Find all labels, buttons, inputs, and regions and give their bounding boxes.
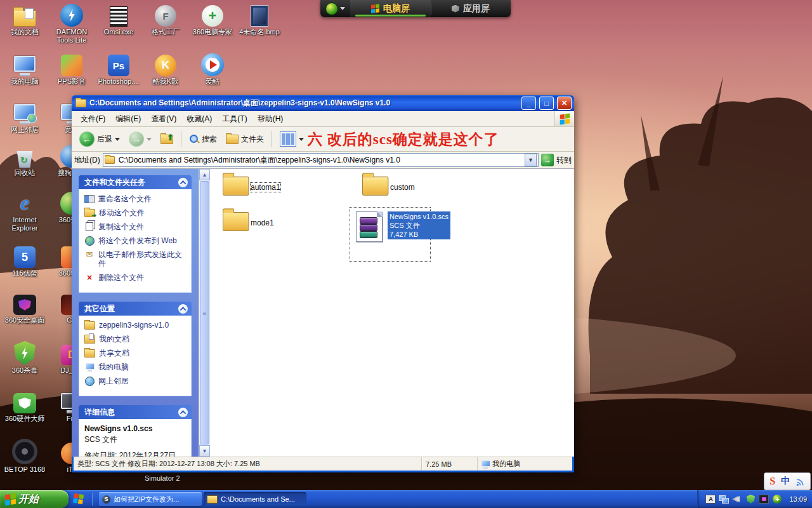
file-item-scs-selected[interactable]: NewSigns v1.0.scsSCS 文件7,427 KB — [356, 211, 450, 242]
desktop-icon-360-desktop[interactable]: 360安全桌面 — [1, 291, 48, 324]
email-icon: ✉ — [84, 250, 95, 259]
chevron-up-icon — [178, 304, 188, 314]
folders-button[interactable]: 文件夹 — [222, 131, 268, 147]
windows-flag-icon — [371, 4, 379, 13]
explorer-window: C:\Documents and Settings\Administrator\… — [72, 95, 574, 472]
dock-menu-button[interactable] — [320, 0, 350, 17]
address-input[interactable] — [117, 155, 522, 165]
close-button[interactable]: ✕ — [557, 97, 572, 110]
task-link[interactable]: ✉以电子邮件形式发送此文件 — [84, 250, 187, 268]
desktop-icon-betop-gamepad[interactable]: BETOP 3168 — [1, 440, 48, 474]
chinese-mode-indicator[interactable]: 中 — [781, 476, 790, 487]
task-link[interactable]: 重命名这个文件 — [84, 194, 187, 203]
desktop-icon-network-places[interactable]: 网上邻居 — [1, 100, 48, 134]
desktop-icon-daemon-tools[interactable]: DAEMON Tools Lite — [48, 3, 95, 44]
volume-icon[interactable] — [732, 494, 742, 504]
start-button[interactable]: 开始 — [0, 490, 69, 508]
top-dock: 电脑屏应用屏 — [320, 0, 511, 17]
file-item-folder[interactable]: mode1 — [223, 212, 274, 229]
sogou-input-icon[interactable]: S — [769, 476, 775, 487]
sogou-browser-icon: S — [102, 495, 110, 504]
menu-item-5[interactable]: 帮助(H) — [252, 112, 289, 126]
panel-header[interactable]: 详细信息 — [79, 405, 192, 419]
desktop-icon-bmp-file[interactable]: 4未命名.bmp — [236, 3, 283, 36]
menu-item-0[interactable]: 文件(F) — [75, 112, 110, 126]
network-places-icon — [84, 377, 95, 385]
task-link[interactable]: ➜移动这个文件 — [84, 208, 187, 217]
red-annotation-text: 六 改后的scs确定就是这个了 — [308, 130, 499, 149]
desktop-icon-recycle-bin[interactable]: ↻回收站 — [1, 144, 48, 177]
rss-icon[interactable] — [796, 477, 805, 486]
task-link[interactable]: 我的电脑 — [84, 363, 187, 371]
desktop-icon-internet-explorer[interactable]: eInternet Explorer — [1, 190, 48, 232]
taskbar-task-1[interactable]: C:\Documents and Se... — [204, 492, 306, 506]
forward-button[interactable]: → — [125, 129, 155, 149]
menu-item-4[interactable]: 工具(T) — [217, 112, 252, 126]
desktop-icon-kuwo-karaoke[interactable]: K酷我K歌 — [142, 52, 189, 86]
desktop-icon-115-youdan[interactable]: 5115优蛋 — [1, 244, 48, 277]
up-button[interactable]: ⬆ — [157, 132, 177, 147]
scroll-up-button[interactable]: ▲ — [199, 169, 210, 180]
panel-header[interactable]: 其它位置 — [79, 302, 192, 316]
kuwo-karaoke-icon: K — [142, 52, 189, 76]
desktop-icon-360-pc-expert[interactable]: +360电脑专家 — [189, 3, 236, 36]
menu-item-2[interactable]: 查看(V) — [146, 112, 181, 126]
360-plus-icon[interactable]: + — [772, 494, 782, 504]
desktop-icon-360-hardware[interactable]: 360硬件大师 — [1, 389, 48, 423]
quick-launch — [69, 490, 99, 508]
taskbar-task-0[interactable]: S如何把ZIP文件改为... — [99, 492, 202, 506]
360-dock-icon — [325, 3, 338, 15]
file-list: automa1mode1customNewSigns v1.0.scsSCS 文… — [210, 169, 574, 457]
go-button[interactable]: → — [541, 154, 554, 166]
dock-tab-computer-screen[interactable]: 电脑屏 — [350, 0, 431, 17]
go-label[interactable]: 转到 — [556, 155, 572, 166]
scroll-down-button[interactable]: ▼ — [199, 445, 210, 457]
folders-icon — [226, 135, 239, 144]
search-button[interactable]: 搜索 — [185, 131, 221, 147]
maximize-button[interactable]: □ — [539, 97, 554, 110]
dock-tab-app-screen[interactable]: 应用屏 — [431, 0, 511, 17]
task-link[interactable]: 网上邻居 — [84, 377, 187, 385]
chevron-down-icon — [340, 7, 345, 10]
recycle-bin-icon: ↻ — [1, 144, 48, 168]
menu-item-3[interactable]: 收藏(A) — [181, 112, 217, 126]
desktop-icon-my-computer[interactable]: 我的电脑 — [1, 52, 48, 86]
quick-launch-icon[interactable] — [73, 493, 85, 505]
partial-desktop-icon-label[interactable]: Simulator 2 — [145, 474, 195, 482]
scrollbar-thumb[interactable] — [200, 181, 209, 444]
desktop-icon-omsi-exe[interactable]: Omsi.exe — [95, 3, 142, 36]
file-item-folder[interactable]: automa1 — [223, 177, 280, 193]
desktop-icon-iku[interactable]: 爱酷 — [189, 52, 236, 86]
task-link[interactable]: 我的文档 — [84, 335, 187, 344]
views-button[interactable] — [276, 129, 308, 149]
task-link[interactable]: zeppelin3-signs-v1.0 — [84, 321, 187, 330]
language-bar[interactable]: S 中 — [764, 472, 811, 490]
forward-icon: → — [129, 131, 144, 147]
desktop-icon-format-factory[interactable]: F格式工厂 — [142, 3, 189, 36]
task-panel-2: 详细信息NewSigns v1.0.scsSCS 文件修改日期: 2012年12… — [79, 405, 192, 457]
menu-item-1[interactable]: 编辑(E) — [110, 112, 146, 126]
shield-icon[interactable] — [745, 494, 756, 504]
address-dropdown-button[interactable]: ▼ — [525, 154, 537, 166]
task-link[interactable]: ×删除这个文件 — [84, 273, 187, 282]
desktop-icon-photoshop[interactable]: PsPhotoshop.... — [95, 52, 142, 86]
task-link[interactable]: 复制这个文件 — [84, 222, 187, 231]
network-icon[interactable] — [719, 494, 729, 504]
panel-header[interactable]: 文件和文件夹任务 — [79, 175, 192, 189]
task-link[interactable]: 将这个文件发布到 Web — [84, 236, 187, 245]
daemon-tools-icon — [48, 3, 95, 27]
folder-icon — [105, 156, 115, 164]
file-item-folder[interactable]: custom — [362, 177, 415, 193]
back-button[interactable]: ← 后退 — [75, 129, 124, 149]
desktop-icon-360-antivirus[interactable]: 360杀毒 — [1, 341, 48, 375]
task-link[interactable]: 共享文档 — [84, 349, 187, 358]
desktop-icon-pps[interactable]: PPS影音 — [48, 52, 95, 86]
minimize-button[interactable]: _ — [521, 97, 536, 110]
bmp-file-icon — [236, 3, 283, 27]
desktop-icon-my-documents[interactable]: 我的文档 — [1, 3, 48, 36]
clock[interactable]: 13:09 — [789, 495, 807, 503]
media-icon[interactable] — [759, 494, 769, 504]
task-pane-scrollbar[interactable]: ▲ ▼ — [199, 169, 210, 457]
title-bar[interactable]: C:\Documents and Settings\Administrator\… — [72, 95, 574, 111]
input-method-icon[interactable]: A — [705, 494, 716, 504]
